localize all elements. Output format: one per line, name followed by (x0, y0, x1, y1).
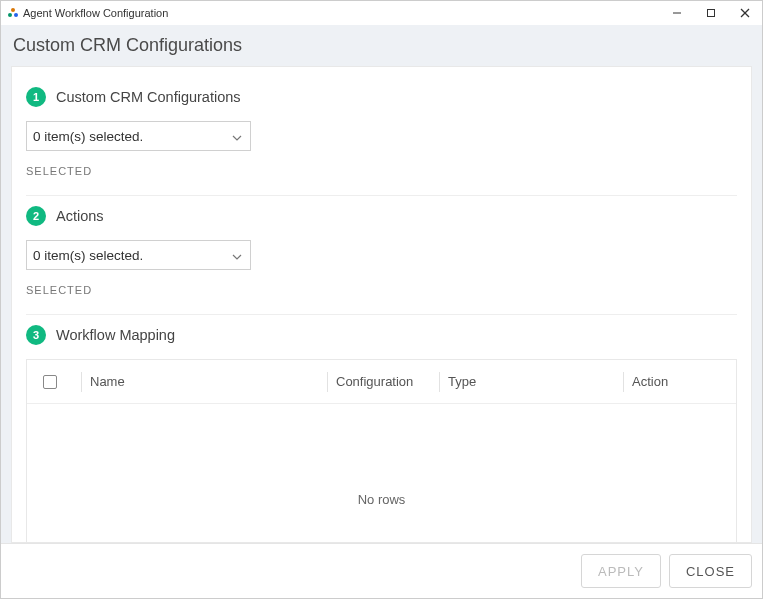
actions-dropdown[interactable]: 0 item(s) selected. (26, 240, 251, 270)
window-controls (660, 1, 762, 25)
step-badge-3: 3 (26, 325, 46, 345)
window: Agent Workflow Configuration Custom CRM … (0, 0, 763, 599)
workflow-mapping-table: Name Configuration Type Action (26, 359, 737, 543)
column-label: Type (448, 374, 476, 389)
svg-point-2 (14, 13, 18, 17)
column-header-type[interactable]: Type (431, 360, 615, 403)
column-separator (623, 372, 624, 392)
close-window-button[interactable] (728, 1, 762, 25)
app-logo-icon (7, 7, 19, 19)
svg-rect-4 (708, 10, 715, 17)
table-header-row: Name Configuration Type Action (27, 360, 736, 404)
step-badge-2: 2 (26, 206, 46, 226)
select-all-checkbox[interactable] (43, 375, 57, 389)
dropdown-value: 0 item(s) selected. (33, 129, 143, 144)
close-button[interactable]: CLOSE (669, 554, 752, 588)
step-header: 1 Custom CRM Configurations (26, 87, 737, 107)
column-header-configuration[interactable]: Configuration (319, 360, 431, 403)
svg-point-0 (11, 8, 15, 12)
column-label: Name (90, 374, 125, 389)
step-header: 3 Workflow Mapping (26, 325, 737, 345)
step-title-3: Workflow Mapping (56, 327, 175, 343)
maximize-button[interactable] (694, 1, 728, 25)
table-body: No rows (27, 404, 736, 543)
step-actions: 2 Actions 0 item(s) selected. SELECTED (26, 196, 737, 300)
column-separator (81, 372, 82, 392)
step-workflow-mapping: 3 Workflow Mapping Name (26, 315, 737, 543)
column-header-action[interactable]: Action (615, 360, 736, 403)
page-title: Custom CRM Configurations (1, 25, 762, 66)
column-label: Action (632, 374, 668, 389)
apply-button[interactable]: APPLY (581, 554, 661, 588)
column-separator (439, 372, 440, 392)
step-header: 2 Actions (26, 206, 737, 226)
table-header-checkbox-cell (27, 375, 73, 389)
column-separator (327, 372, 328, 392)
step-badge-1: 1 (26, 87, 46, 107)
step-custom-crm: 1 Custom CRM Configurations 0 item(s) se… (26, 77, 737, 181)
dropdown-value: 0 item(s) selected. (33, 248, 143, 263)
window-title: Agent Workflow Configuration (23, 7, 660, 19)
chevron-down-icon (232, 129, 242, 144)
custom-crm-dropdown[interactable]: 0 item(s) selected. (26, 121, 251, 151)
svg-point-1 (8, 13, 12, 17)
table-empty-text: No rows (358, 492, 406, 507)
step-title-1: Custom CRM Configurations (56, 89, 241, 105)
content-scroll-area[interactable]: 1 Custom CRM Configurations 0 item(s) se… (11, 66, 752, 543)
footer: APPLY CLOSE (1, 543, 762, 598)
chevron-down-icon (232, 248, 242, 263)
title-bar: Agent Workflow Configuration (1, 1, 762, 25)
column-header-name[interactable]: Name (73, 360, 319, 403)
selected-label-1: SELECTED (26, 165, 737, 177)
step-title-2: Actions (56, 208, 104, 224)
column-label: Configuration (336, 374, 413, 389)
selected-label-2: SELECTED (26, 284, 737, 296)
minimize-button[interactable] (660, 1, 694, 25)
content: 1 Custom CRM Configurations 0 item(s) se… (12, 67, 751, 543)
